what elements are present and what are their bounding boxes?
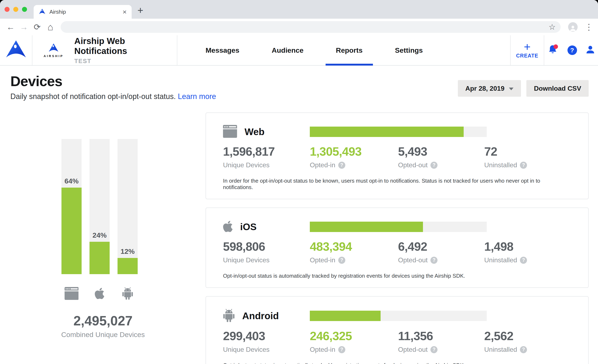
new-tab-button[interactable]: + bbox=[137, 5, 143, 16]
platform-note: Opt-in/opt-out status is automatically t… bbox=[223, 273, 572, 279]
learn-more-link[interactable]: Learn more bbox=[178, 92, 216, 101]
back-icon[interactable]: ← bbox=[5, 22, 16, 32]
tab-title: Airship bbox=[50, 9, 119, 15]
forward-icon: → bbox=[18, 22, 29, 32]
browser-menu-icon[interactable]: ⋮ bbox=[585, 22, 593, 32]
reload-icon[interactable]: ⟳ bbox=[32, 22, 43, 32]
chart-bar-web: 64% bbox=[61, 139, 82, 274]
minimize-window-button[interactable] bbox=[13, 7, 18, 12]
device-share-chart: 64% 24% 12% bbox=[10, 113, 206, 364]
zoom-window-button[interactable] bbox=[22, 7, 27, 12]
bookmark-star-icon[interactable]: ☆ bbox=[548, 22, 556, 32]
main-nav: Messages Audience Reports Settings bbox=[195, 35, 433, 65]
stat-uninstalled: 1,498 Uninstalled? bbox=[484, 240, 572, 264]
tooltip-question-icon[interactable]: ? bbox=[431, 257, 438, 264]
combined-label: Combined Unique Devices bbox=[30, 331, 176, 339]
environment-badge: TEST bbox=[74, 58, 177, 65]
tab-close-icon[interactable]: × bbox=[123, 8, 127, 15]
tooltip-question-icon[interactable]: ? bbox=[520, 162, 527, 169]
platform-note: In order for the opt-in/opt-out status t… bbox=[223, 178, 572, 191]
stat-uninstalled: 72 Uninstalled? bbox=[484, 145, 572, 169]
stat-opted-out: 6,492 Opted-out? bbox=[398, 240, 484, 264]
stat-opted-in: 483,394 Opted-in? bbox=[310, 240, 398, 264]
tooltip-question-icon[interactable]: ? bbox=[520, 257, 527, 264]
brand-wordmark: AIRSHIP bbox=[44, 54, 64, 58]
window-controls bbox=[5, 7, 27, 12]
home-icon[interactable]: ⌂ bbox=[45, 21, 56, 32]
optin-progress-bar bbox=[310, 127, 487, 137]
stat-unique-devices: 1,596,817 Unique Devices bbox=[223, 145, 310, 169]
date-selector-dropdown[interactable]: Apr 28, 2019 bbox=[458, 80, 521, 97]
tooltip-question-icon[interactable]: ? bbox=[338, 346, 345, 353]
stat-unique-devices: 299,403 Unique Devices bbox=[223, 329, 310, 353]
apple-icon bbox=[90, 287, 110, 300]
stat-opted-out: 5,493 Opted-out? bbox=[398, 145, 484, 169]
help-icon[interactable]: ? bbox=[567, 45, 577, 55]
project-title: Airship Web Notifications bbox=[74, 36, 177, 56]
stat-opted-in: 246,325 Opted-in? bbox=[310, 329, 398, 353]
android-icon bbox=[223, 309, 235, 323]
page-title: Devices bbox=[10, 73, 458, 89]
nav-tab-settings[interactable]: Settings bbox=[384, 35, 433, 65]
header-icons: ? bbox=[544, 35, 598, 65]
chart-bar-label-ios: 24% bbox=[85, 231, 114, 239]
close-window-button[interactable] bbox=[5, 7, 9, 12]
airship-favicon-icon bbox=[39, 8, 46, 15]
create-button[interactable]: + CREATE bbox=[510, 35, 544, 65]
platform-note: Opt-in/opt-out status is automatically t… bbox=[223, 362, 572, 364]
browser-tab[interactable]: Airship × bbox=[34, 5, 132, 19]
android-icon bbox=[117, 287, 138, 300]
chevron-down-icon bbox=[509, 88, 514, 90]
page-content: Devices Daily snapshot of notification o… bbox=[0, 65, 598, 364]
chart-bar-ios: 24% bbox=[90, 139, 110, 274]
tooltip-question-icon[interactable]: ? bbox=[338, 162, 345, 169]
platform-name: Web bbox=[245, 126, 265, 138]
plus-icon: + bbox=[524, 42, 531, 52]
browser-toolbar: ← → ⟳ ⌂ ☆ ⋮ bbox=[0, 19, 598, 35]
platform-card-ios: iOS 598,806 Unique Devices 483,394 bbox=[206, 208, 589, 288]
stat-uninstalled: 2,562 Uninstalled? bbox=[484, 329, 572, 353]
tooltip-question-icon[interactable]: ? bbox=[338, 257, 345, 264]
platform-card-android: Android 299,403 Unique Devices 246,325 bbox=[206, 296, 589, 364]
platform-name: iOS bbox=[240, 221, 257, 232]
nav-tab-audience[interactable]: Audience bbox=[261, 35, 314, 65]
optin-progress-bar bbox=[310, 311, 487, 321]
apple-icon bbox=[223, 220, 233, 234]
browser-window: Airship × + ← → ⟳ ⌂ ☆ ⋮ AIRSHIP Airship … bbox=[0, 0, 598, 364]
optin-progress-bar bbox=[310, 222, 487, 232]
chart-bar-label-android: 12% bbox=[114, 247, 142, 255]
download-csv-button[interactable]: Download CSV bbox=[526, 80, 589, 97]
stat-opted-out: 11,356 Opted-out? bbox=[398, 329, 484, 353]
browser-profile-avatar[interactable] bbox=[568, 22, 578, 32]
chart-bar-android: 12% bbox=[117, 139, 138, 274]
airship-brand-mark-icon: AIRSHIP bbox=[44, 43, 64, 58]
combined-total: 2,495,027 bbox=[30, 313, 176, 329]
platform-card-web: Web 1,596,817 Unique Devices 1,305,493 bbox=[206, 113, 589, 199]
chart-bar-label-web: 64% bbox=[58, 177, 86, 185]
tooltip-question-icon[interactable]: ? bbox=[431, 162, 438, 169]
stat-opted-in: 1,305,493 Opted-in? bbox=[310, 145, 398, 169]
notification-badge bbox=[553, 44, 558, 49]
nav-tab-reports[interactable]: Reports bbox=[326, 35, 373, 65]
app-header: AIRSHIP Airship Web Notifications TEST M… bbox=[0, 35, 598, 65]
account-icon[interactable] bbox=[585, 45, 595, 56]
notifications-bell-icon[interactable] bbox=[547, 44, 559, 56]
stat-unique-devices: 598,806 Unique Devices bbox=[223, 240, 310, 264]
project-brand: AIRSHIP Airship Web Notifications TEST bbox=[32, 35, 177, 65]
browser-tabstrip: Airship × + bbox=[0, 0, 598, 19]
nav-tab-messages[interactable]: Messages bbox=[195, 35, 250, 65]
web-browser-icon bbox=[223, 125, 237, 139]
tooltip-question-icon[interactable]: ? bbox=[431, 346, 438, 353]
platform-name: Android bbox=[242, 310, 279, 322]
tooltip-question-icon[interactable]: ? bbox=[520, 346, 527, 353]
address-bar[interactable]: ☆ bbox=[61, 21, 561, 33]
airship-logo-icon[interactable] bbox=[0, 35, 32, 65]
web-browser-icon bbox=[61, 287, 82, 300]
page-subtitle: Daily snapshot of notification opt-in/op… bbox=[10, 92, 458, 101]
